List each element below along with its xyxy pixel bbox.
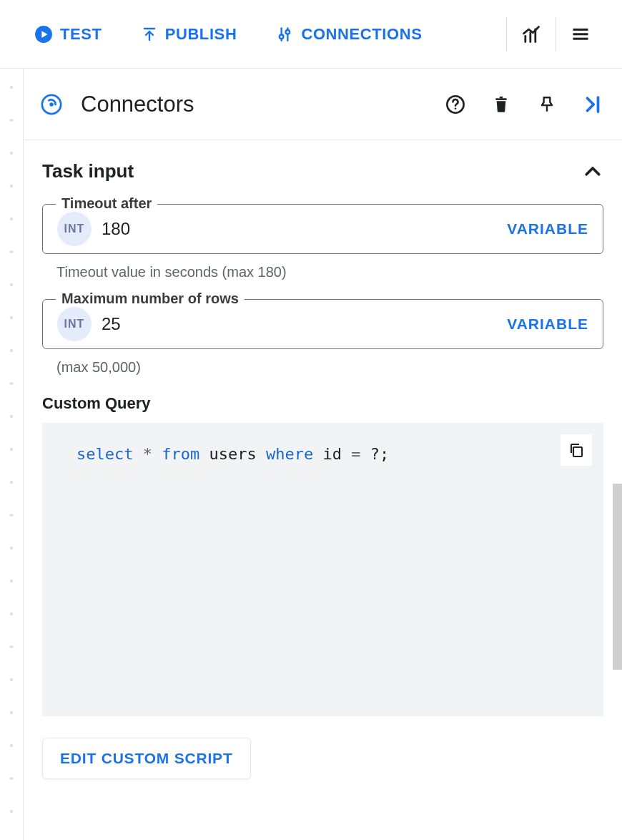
max-rows-input[interactable] <box>100 313 498 335</box>
svg-rect-9 <box>573 33 588 35</box>
chevron-right-bar-icon <box>582 94 603 115</box>
analytics-icon <box>521 24 541 44</box>
max-rows-helper-text: (max 50,000) <box>56 359 603 376</box>
int-type-chip: INT <box>57 307 92 341</box>
delete-icon <box>492 95 510 114</box>
sql-token: = <box>351 445 360 463</box>
collapse-panel-button[interactable] <box>578 94 608 115</box>
copy-icon <box>568 441 585 459</box>
sql-keyword: from <box>162 445 199 463</box>
play-circle-icon <box>34 25 53 44</box>
connectors-icon <box>41 94 62 115</box>
pin-button[interactable] <box>532 95 562 114</box>
publish-button[interactable]: PUBLISH <box>134 19 245 49</box>
timeout-field-label: Timeout after <box>56 195 157 212</box>
max-rows-field[interactable]: Maximum number of rows INT VARIABLE <box>42 299 603 349</box>
help-circle-icon <box>445 94 465 114</box>
upload-icon <box>141 26 158 43</box>
svg-rect-8 <box>573 28 588 30</box>
scrollbar-thumb[interactable] <box>613 484 622 670</box>
timeout-variable-button[interactable]: VARIABLE <box>507 220 588 238</box>
help-button[interactable] <box>440 94 470 114</box>
pin-icon <box>538 95 556 114</box>
vertical-ruler <box>10 79 14 840</box>
svg-rect-19 <box>573 447 582 456</box>
panel-header: Connectors <box>24 69 622 140</box>
connections-label: CONNECTIONS <box>301 25 422 44</box>
copy-code-button[interactable] <box>561 434 592 466</box>
section-header[interactable]: Task input <box>42 160 603 182</box>
custom-query-label: Custom Query <box>42 394 603 413</box>
svg-point-12 <box>49 102 54 107</box>
analytics-button[interactable] <box>507 24 556 44</box>
connections-button[interactable]: CONNECTIONS <box>268 19 429 49</box>
task-input-section: Task input Timeout after INT VARIABLE Ti… <box>24 140 622 786</box>
sql-identifier: id <box>322 445 342 463</box>
top-toolbar: TEST PUBLISH CONNECTIONS <box>0 0 622 69</box>
timeout-helper-text: Timeout value in seconds (max 180) <box>56 264 603 280</box>
menu-button[interactable] <box>556 24 605 44</box>
publish-label: PUBLISH <box>165 25 237 44</box>
svg-rect-16 <box>500 96 503 98</box>
chevron-up-icon <box>582 161 603 182</box>
sql-keyword: where <box>266 445 313 463</box>
max-rows-variable-button[interactable]: VARIABLE <box>507 316 588 333</box>
section-title: Task input <box>42 160 134 182</box>
svg-rect-10 <box>573 37 588 39</box>
connectors-panel: Connectors <box>23 69 622 840</box>
delete-button[interactable] <box>486 95 516 114</box>
timeout-input[interactable] <box>100 218 498 240</box>
custom-query-code[interactable]: select * from users where id = ?; <box>42 423 603 716</box>
int-type-chip: INT <box>57 212 92 246</box>
svg-rect-15 <box>495 98 506 100</box>
panel-title: Connectors <box>81 92 194 117</box>
menu-icon <box>571 24 591 44</box>
svg-point-14 <box>455 107 457 109</box>
test-label: TEST <box>60 25 102 44</box>
connections-icon <box>275 25 294 44</box>
edit-custom-script-label: EDIT CUSTOM SCRIPT <box>60 750 233 767</box>
sql-param: ?; <box>370 445 390 463</box>
sql-keyword: select <box>76 445 133 463</box>
max-rows-field-label: Maximum number of rows <box>56 290 245 307</box>
timeout-field[interactable]: Timeout after INT VARIABLE <box>42 204 603 254</box>
edit-custom-script-button[interactable]: EDIT CUSTOM SCRIPT <box>42 738 251 779</box>
test-button[interactable]: TEST <box>27 19 109 49</box>
sql-token: * <box>143 445 152 463</box>
sql-identifier: users <box>209 445 256 463</box>
